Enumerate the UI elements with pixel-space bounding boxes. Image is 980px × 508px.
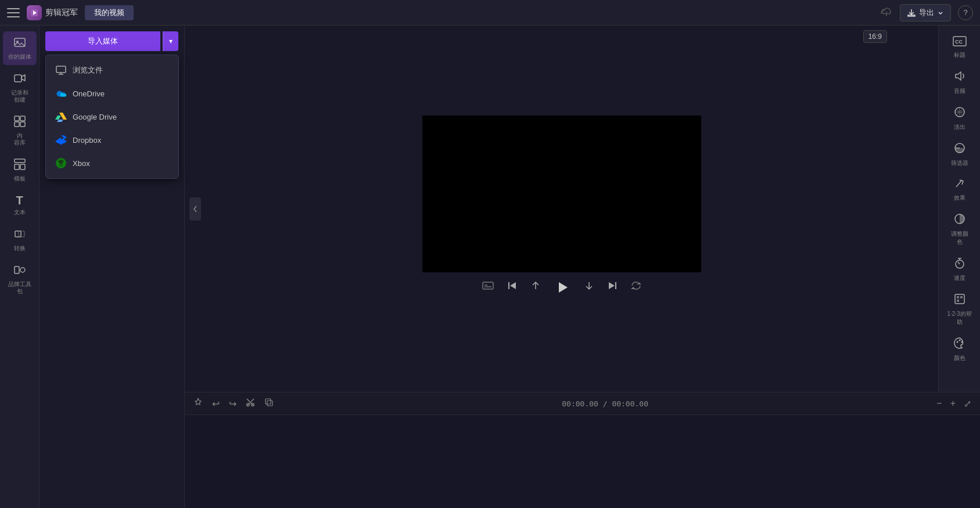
rt-palette-label: 颜色: [954, 354, 965, 362]
dropdown-dropbox[interactable]: Dropbox: [46, 128, 178, 152]
go-end-button[interactable]: [605, 279, 619, 296]
sidebar-item-text-label: 文本: [14, 209, 26, 216]
rt-item-fade[interactable]: 淡出: [942, 101, 978, 136]
svg-point-48: [961, 341, 963, 343]
rt-effect-label: 效果: [954, 194, 965, 202]
timeline-toolbar: ↩ ↪ 00:00.00 / 00:00.00 − + ⤢: [185, 392, 980, 415]
go-start-button[interactable]: [505, 279, 519, 296]
content-icon: [13, 115, 26, 131]
caption-toggle-button[interactable]: [480, 279, 496, 296]
undo-button[interactable]: ↩: [209, 397, 222, 411]
monitor-icon: [55, 64, 67, 76]
svg-rect-52: [265, 399, 271, 404]
svg-rect-6: [15, 75, 21, 82]
svg-marker-20: [55, 116, 61, 120]
dropdown-browse-files[interactable]: 浏览文件: [46, 59, 178, 82]
dropdown-onedrive[interactable]: OneDrive: [46, 82, 178, 105]
svg-rect-15: [19, 231, 24, 237]
sidebar-item-record-label: 记录和创建: [11, 89, 28, 103]
rt-item-filter[interactable]: 筛选器: [942, 137, 978, 172]
svg-rect-51: [267, 401, 272, 406]
svg-point-46: [956, 341, 958, 343]
svg-rect-42: [955, 294, 964, 304]
tab-my-videos[interactable]: 我的视频: [85, 5, 134, 20]
sidebar-item-transform[interactable]: 转换: [3, 223, 37, 257]
svg-text:CC: CC: [955, 39, 963, 45]
mark-in-button[interactable]: [529, 279, 543, 296]
palette-icon: [953, 337, 966, 352]
svg-rect-8: [20, 116, 25, 121]
loop-button[interactable]: [629, 279, 644, 296]
preview-main: 16:9: [185, 26, 938, 392]
svg-rect-45: [957, 300, 959, 302]
rt-item-effect[interactable]: 效果: [942, 173, 978, 207]
svg-marker-30: [510, 282, 516, 289]
rt-item-helper[interactable]: 1·2·3的帮助: [942, 288, 978, 331]
rt-item-color-adjust[interactable]: 调整颜色: [942, 208, 978, 251]
rt-item-caption[interactable]: CC 标题: [942, 31, 978, 64]
zoom-in-button[interactable]: +: [947, 397, 959, 410]
mark-out-button[interactable]: [582, 279, 596, 296]
collapse-panel-button[interactable]: [189, 197, 201, 221]
sidebar-item-content[interactable]: 内容库: [3, 110, 37, 151]
svg-rect-10: [20, 122, 25, 127]
cut-button[interactable]: [243, 396, 258, 411]
menu-icon[interactable]: [7, 8, 20, 17]
browse-files-label: 浏览文件: [73, 65, 103, 75]
rt-fade-label: 淡出: [954, 123, 965, 131]
sidebar-item-text[interactable]: T 文本: [3, 189, 37, 221]
export-button[interactable]: 导出: [900, 4, 951, 21]
fullscreen-timeline-button[interactable]: ⤢: [961, 397, 974, 411]
svg-rect-18: [56, 66, 66, 73]
dropbox-icon: [55, 134, 67, 146]
speed-icon: [953, 257, 966, 272]
svg-rect-11: [15, 159, 25, 163]
import-media-button[interactable]: 导入媒体: [45, 31, 160, 51]
text-icon: T: [16, 194, 23, 207]
aspect-ratio-button[interactable]: 16:9: [863, 30, 887, 43]
help-button[interactable]: ?: [958, 5, 973, 20]
svg-marker-31: [559, 282, 568, 293]
import-dropdown-button[interactable]: ▾: [163, 31, 178, 51]
sidebar-item-template[interactable]: 模板: [3, 153, 37, 187]
copy-button[interactable]: [261, 396, 277, 411]
timeline-zoom-controls: − + ⤢: [934, 397, 974, 411]
svg-marker-33: [609, 282, 615, 289]
import-dropdown-menu: 浏览文件 OneDrive Google Drive Dropbox: [45, 55, 179, 179]
cloud-icon: [880, 6, 893, 19]
timeline-area: ↩ ↪ 00:00.00 / 00:00.00 − + ⤢: [185, 392, 980, 508]
svg-point-23: [59, 162, 63, 167]
sidebar-item-brand-label: 品牌工具包: [6, 281, 33, 295]
caption-icon: CC: [953, 36, 967, 49]
sidebar-item-media[interactable]: 你的媒体: [3, 31, 37, 65]
gdrive-label: Google Drive: [73, 113, 117, 121]
rt-item-palette[interactable]: 颜色: [942, 332, 978, 367]
sidebar-item-record[interactable]: 记录和创建: [3, 67, 37, 108]
audio-icon: [953, 70, 966, 85]
filter-icon: [953, 142, 966, 157]
timeline-tracks[interactable]: [185, 415, 980, 508]
dropdown-gdrive[interactable]: Google Drive: [46, 105, 178, 128]
sidebar-item-transform-label: 转换: [14, 245, 26, 252]
rt-item-speed[interactable]: 速度: [942, 252, 978, 287]
svg-point-47: [959, 340, 960, 341]
main-layout: 你的媒体 记录和创建 内容库 模板 T 文本: [0, 26, 980, 508]
sidebar-item-brand[interactable]: 品牌工具包: [3, 259, 37, 300]
sidebar: 你的媒体 记录和创建 内容库 模板 T 文本: [0, 26, 40, 508]
timeline-time-display: 00:00.00 / 00:00.00: [562, 399, 648, 408]
magic-tool-button[interactable]: [191, 396, 206, 411]
dropdown-xbox[interactable]: Xbox: [46, 152, 178, 175]
right-section: 16:9: [185, 26, 980, 508]
brand-icon: [13, 264, 26, 279]
zoom-out-button[interactable]: −: [934, 397, 945, 410]
rt-item-audio[interactable]: 音频: [942, 65, 978, 100]
onedrive-label: OneDrive: [73, 89, 105, 98]
rt-helper-label: 1·2·3的帮助: [947, 310, 971, 326]
svg-rect-14: [15, 231, 21, 237]
redo-button[interactable]: ↪: [226, 397, 239, 411]
play-button[interactable]: [552, 277, 573, 298]
onedrive-icon: [55, 88, 67, 99]
svg-rect-43: [957, 296, 959, 298]
video-preview: [422, 116, 701, 272]
sidebar-item-media-label: 你的媒体: [8, 53, 31, 60]
